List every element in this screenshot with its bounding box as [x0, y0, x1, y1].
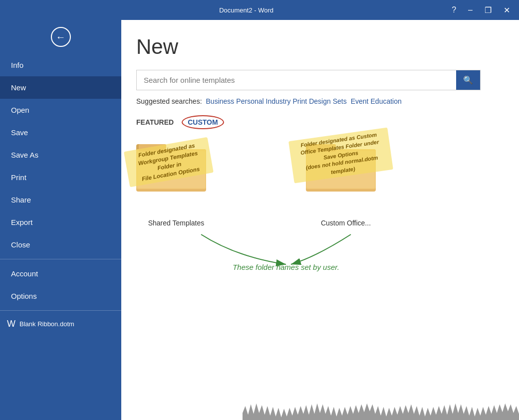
page-title: New	[136, 35, 504, 59]
tabs-row: FEATURED CUSTOM	[136, 115, 504, 129]
folder2-annotation: Folder designated as CustomOffice Templa…	[288, 127, 393, 183]
sidebar-item-print[interactable]: Print	[0, 166, 121, 189]
sidebar-item-open[interactable]: Open	[0, 99, 121, 121]
folder2-label: Custom Office...	[321, 219, 371, 227]
sidebar-item-save[interactable]: Save	[0, 121, 121, 144]
sidebar-item-info[interactable]: Info	[0, 54, 121, 76]
suggested-industry[interactable]: Industry	[266, 97, 291, 105]
folder1-label: Shared Templates	[148, 219, 205, 227]
sidebar-divider-2	[0, 310, 121, 311]
tab-custom[interactable]: CUSTOM	[182, 115, 224, 129]
window-title: Document2 - Word	[45, 6, 448, 14]
tab-featured[interactable]: FEATURED	[136, 115, 182, 129]
torn-edge	[243, 403, 519, 420]
suggested-searches: Suggested searches: Business Personal In…	[136, 97, 504, 105]
search-input[interactable]	[137, 70, 456, 90]
sidebar-item-new[interactable]: New	[0, 76, 121, 99]
sidebar-item-close[interactable]: Close	[0, 233, 121, 256]
title-bar: Document2 - Word ? – ❐ ✕	[0, 0, 519, 20]
sidebar-item-save-as[interactable]: Save As	[0, 144, 121, 166]
window-controls: ? – ❐ ✕	[448, 4, 514, 16]
word-icon: W	[7, 319, 15, 329]
templates-area: Folder designated asWorkgroup TemplatesF…	[136, 139, 504, 272]
shared-templates-folder[interactable]: Folder designated asWorkgroup TemplatesF…	[136, 139, 216, 227]
suggested-event[interactable]: Event	[351, 97, 369, 105]
folders-note: These folder names set by user.	[136, 263, 436, 272]
sidebar-divider	[0, 259, 121, 259]
main-content: New 🔍 Suggested searches: Business Perso…	[121, 20, 519, 420]
back-arrow-icon: ←	[51, 27, 71, 47]
suggested-business[interactable]: Business	[206, 97, 235, 105]
close-button[interactable]: ✕	[500, 4, 514, 16]
help-button[interactable]: ?	[448, 4, 460, 15]
suggested-education[interactable]: Education	[371, 97, 402, 105]
sidebar-item-export[interactable]: Export	[0, 211, 121, 233]
arrows-svg	[136, 232, 436, 267]
custom-office-folder[interactable]: Folder designated as CustomOffice Templa…	[306, 139, 386, 227]
sidebar-nav: Info New Open Save Save As Print Share E…	[0, 54, 121, 420]
search-button[interactable]: 🔍	[456, 70, 480, 90]
suggested-design-sets[interactable]: Design Sets	[309, 97, 346, 105]
suggested-label: Suggested searches:	[136, 97, 202, 105]
sidebar: ← Info New Open Save Save As Print Share	[0, 20, 121, 420]
arrows-area: These folder names set by user.	[136, 232, 436, 272]
app-body: ← Info New Open Save Save As Print Share	[0, 20, 519, 420]
restore-button[interactable]: ❐	[481, 4, 496, 16]
suggested-print[interactable]: Print	[292, 97, 307, 105]
sidebar-item-account[interactable]: Account	[0, 262, 121, 285]
minimize-button[interactable]: –	[464, 4, 477, 15]
back-button[interactable]: ←	[0, 20, 121, 54]
sidebar-item-options[interactable]: Options	[0, 285, 121, 307]
sidebar-item-share[interactable]: Share	[0, 189, 121, 211]
suggested-personal[interactable]: Personal	[236, 97, 263, 105]
recent-doc[interactable]: W Blank Ribbon.dotm	[0, 314, 121, 334]
search-bar: 🔍	[136, 70, 481, 90]
